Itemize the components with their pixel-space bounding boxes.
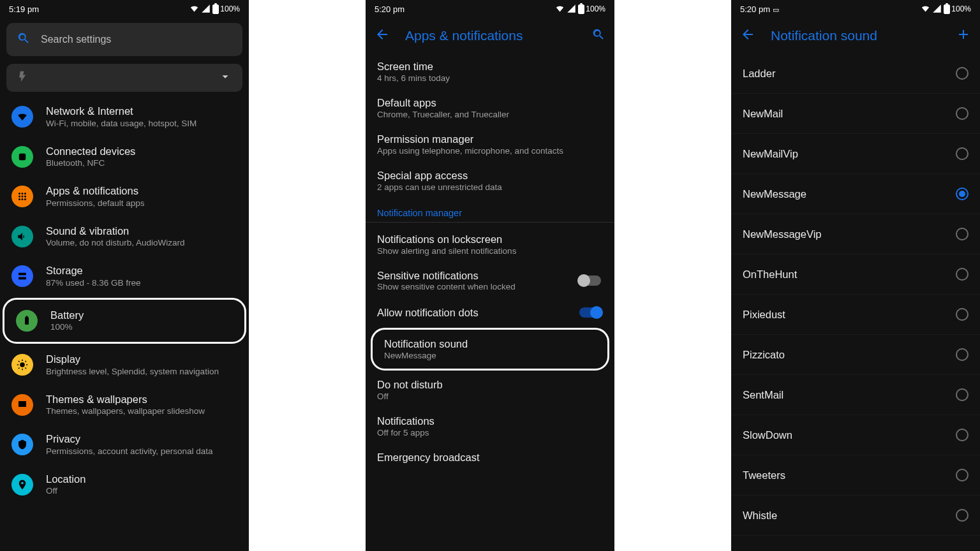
sound-label: SlowDown <box>743 429 792 441</box>
back-icon[interactable] <box>375 27 390 45</box>
radio-unchecked-icon[interactable] <box>956 228 969 240</box>
row-notifications-on-lockscreen[interactable]: Notifications on lockscreen Show alertin… <box>366 226 614 263</box>
row-sub: Themes, wallpapers, wallpaper slideshow <box>46 406 205 417</box>
row-do-not-disturb[interactable]: Do not disturb Off <box>366 372 614 408</box>
sound-option-newmessage[interactable]: NewMessage <box>731 174 980 214</box>
sound-option-ladder[interactable]: Ladder <box>731 54 980 94</box>
add-icon[interactable] <box>956 27 971 45</box>
settings-item-network[interactable]: Network & InternetWi-Fi, mobile, data us… <box>0 97 249 137</box>
row-title: Connected devices <box>46 145 135 158</box>
settings-item-storage[interactable]: Storage87% used - 8.36 GB free <box>0 256 249 297</box>
sound-option-sentmail[interactable]: SentMail <box>731 375 980 415</box>
settings-item-privacy[interactable]: PrivacyPermissions, account activity, pe… <box>0 425 249 465</box>
radio-checked-icon[interactable] <box>956 187 969 200</box>
row-sub: 87% used - 8.36 GB free <box>46 278 141 289</box>
header-title: Notification sound <box>771 28 940 43</box>
svg-point-14 <box>20 363 25 368</box>
row-sub: Brightness level, Splendid, system navig… <box>46 367 219 378</box>
switch-sensitive[interactable] <box>577 274 603 288</box>
storage-icon <box>11 265 33 287</box>
search-settings[interactable]: Search settings <box>6 23 242 56</box>
sound-label: NewMail <box>743 108 783 120</box>
radio-unchecked-icon[interactable] <box>956 509 969 522</box>
radio-unchecked-icon[interactable] <box>956 469 969 481</box>
radio-unchecked-icon[interactable] <box>956 268 969 281</box>
sound-option-pizzicato[interactable]: Pizzicato <box>731 335 980 375</box>
radio-unchecked-icon[interactable] <box>956 107 969 120</box>
screen-settings-root: 5:19 pm 100% Search settings Network & <box>0 0 249 551</box>
row-sub: Permissions, account activity, personal … <box>46 446 213 457</box>
sound-label: Pixiedust <box>743 309 785 321</box>
sound-option-onthehunt[interactable]: OnTheHunt <box>731 254 980 295</box>
settings-item-apps[interactable]: Apps & notificationsPermissions, default… <box>0 177 249 217</box>
settings-item-sound[interactable]: Sound & vibrationVolume, do not disturb,… <box>0 217 249 257</box>
settings-item-location[interactable]: LocationOff <box>0 465 249 505</box>
back-icon[interactable] <box>740 27 755 45</box>
row-title: Privacy <box>46 432 213 446</box>
row-sensitive-notifications[interactable]: Sensitive notifications Show sensitive c… <box>366 263 614 298</box>
row-title: Network & Internet <box>46 105 197 118</box>
network-icon <box>11 106 33 128</box>
settings-item-display[interactable]: DisplayBrightness level, Splendid, syste… <box>0 345 249 385</box>
settings-item-battery[interactable]: Battery100% <box>4 301 244 341</box>
account-dropdown[interactable] <box>6 64 242 92</box>
sound-label: OnTheHunt <box>743 268 797 281</box>
radio-unchecked-icon[interactable] <box>956 388 969 401</box>
svg-point-5 <box>22 196 24 198</box>
radio-unchecked-icon[interactable] <box>956 348 969 361</box>
settings-item-themes[interactable]: Themes & wallpapersThemes, wallpapers, w… <box>0 385 249 425</box>
sound-option-whistle[interactable]: Whistle <box>731 496 980 536</box>
row-title: Location <box>46 473 85 486</box>
section-notification-manager[interactable]: Notification manager <box>366 199 614 223</box>
row-title: Notifications on lockscreen <box>377 233 603 246</box>
sound-option-pixiedust[interactable]: Pixiedust <box>731 295 980 335</box>
row-sub: Permissions, default apps <box>46 198 145 209</box>
signal-icon <box>201 4 211 15</box>
radio-unchecked-icon[interactable] <box>956 308 969 321</box>
row-title: Allow notification dots <box>377 307 479 319</box>
row-default-apps[interactable]: Default apps Chrome, Truecaller, and Tru… <box>366 90 614 126</box>
themes-icon <box>11 394 33 416</box>
row-sub: Show alerting and silent notifications <box>377 246 603 256</box>
sound-label: Tweeters <box>743 469 785 481</box>
row-title: Battery <box>50 309 84 322</box>
battery-indicator: 100% <box>578 4 605 14</box>
battery-icon <box>944 4 950 14</box>
sound-option-tweeters[interactable]: Tweeters <box>731 455 980 496</box>
search-icon[interactable] <box>591 27 605 44</box>
sound-option-newmail[interactable]: NewMail <box>731 94 980 134</box>
radio-unchecked-icon[interactable] <box>956 67 969 80</box>
battery-icon <box>578 4 584 14</box>
row-sub: 100% <box>50 322 84 333</box>
sound-label: NewMailVip <box>743 148 798 160</box>
battery-pct: 100% <box>586 4 605 13</box>
row-notification-sound[interactable]: Notification sound NewMessage <box>373 331 607 367</box>
radio-unchecked-icon[interactable] <box>956 429 969 441</box>
row-screen-time[interactable]: Screen time 4 hrs, 6 mins today <box>366 54 614 90</box>
sound-list: LadderNewMailNewMailVipNewMessageNewMess… <box>731 54 980 536</box>
switch-allow-dots[interactable] <box>577 305 603 320</box>
status-time: 5:20 pm ▭ <box>740 4 779 14</box>
battery-icon <box>16 310 38 332</box>
row-title: Notifications <box>377 415 603 427</box>
radio-unchecked-icon[interactable] <box>956 147 969 160</box>
row-allow-notification-dots[interactable]: Allow notification dots <box>366 298 614 327</box>
settings-item-connected[interactable]: Connected devicesBluetooth, NFC <box>0 137 249 177</box>
row-emergency-broadcast[interactable]: Emergency broadcast <box>366 444 614 471</box>
sound-option-newmailvip[interactable]: NewMailVip <box>731 134 980 174</box>
row-special-app-access[interactable]: Special app access 2 apps can use unrest… <box>366 163 614 199</box>
battery-indicator: 100% <box>944 4 971 14</box>
header: Apps & notifications <box>366 18 614 54</box>
privacy-icon <box>11 434 33 455</box>
pip-icon: ▭ <box>773 6 779 13</box>
row-permission-manager[interactable]: Permission manager Apps using telephone,… <box>366 126 614 163</box>
row-title: Emergency broadcast <box>377 452 603 464</box>
sound-option-slowdown[interactable]: SlowDown <box>731 415 980 455</box>
search-icon <box>17 31 31 48</box>
svg-rect-10 <box>19 273 26 276</box>
row-notifications[interactable]: Notifications Off for 5 apps <box>366 408 614 444</box>
wifi-icon <box>555 4 565 15</box>
row-sub: Bluetooth, NFC <box>46 158 135 169</box>
status-time: 5:20 pm <box>375 4 405 14</box>
sound-option-newmessagevip[interactable]: NewMessageVip <box>731 214 980 254</box>
